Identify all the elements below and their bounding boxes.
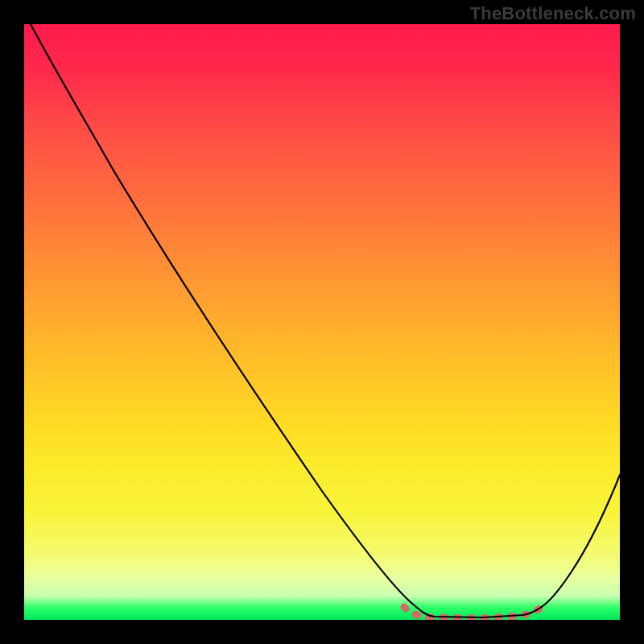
- watermark-text: TheBottleneck.com: [470, 3, 636, 24]
- plot-area: [24, 24, 620, 620]
- chart-frame: TheBottleneck.com: [0, 0, 644, 644]
- optimal-region-marker: [404, 604, 546, 618]
- chart-svg: [24, 24, 620, 620]
- bottleneck-curve: [31, 24, 620, 617]
